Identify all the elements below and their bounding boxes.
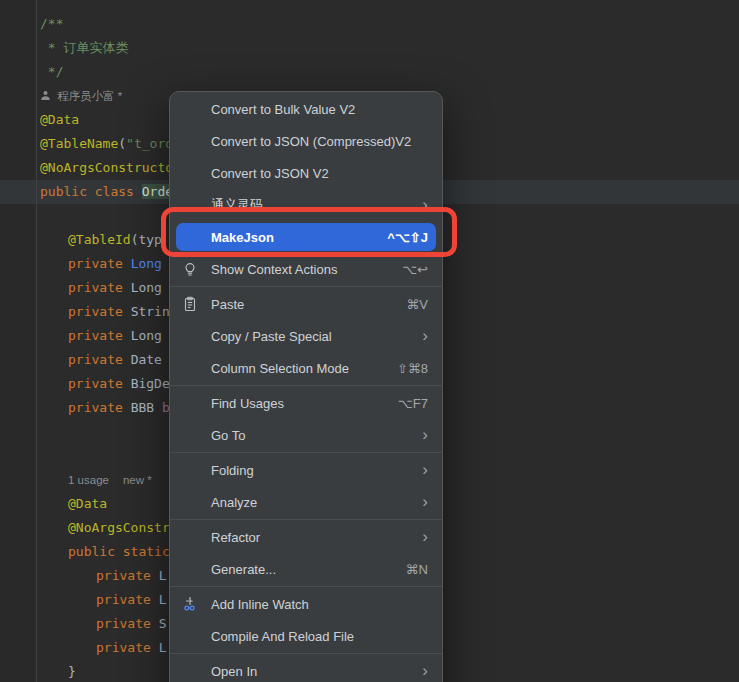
menu-separator xyxy=(170,653,442,654)
code-token: private xyxy=(68,400,131,415)
clipboard-icon xyxy=(182,296,211,312)
code-token: /** xyxy=(40,16,63,31)
submenu-chevron-icon: › xyxy=(422,661,428,680)
menu-item-paste[interactable]: Paste⌘V xyxy=(170,288,442,320)
submenu-chevron-icon: › xyxy=(422,527,428,546)
submenu-chevron-icon: › xyxy=(422,460,428,479)
menu-item-add-inline-watch[interactable]: Add Inline Watch xyxy=(170,588,442,620)
code-line: 程序员小富 * xyxy=(40,84,122,108)
submenu-indicator: › xyxy=(422,530,428,545)
code-token: @Data xyxy=(40,112,79,127)
menu-item-shortcut: ⌥F7 xyxy=(398,396,428,411)
menu-item-refactor[interactable]: Refactor› xyxy=(170,521,442,553)
code-line: private L xyxy=(96,636,166,660)
menu-item-label: Open In xyxy=(211,664,257,679)
menu-item-label: Convert to JSON (Compressed)V2 xyxy=(211,134,411,149)
menu-separator xyxy=(170,586,442,587)
code-token: @TableId xyxy=(68,232,131,247)
menu-separator xyxy=(170,286,442,287)
menu-item-label: Generate... xyxy=(211,562,276,577)
submenu-chevron-icon: › xyxy=(422,195,428,214)
code-token: } xyxy=(68,664,76,679)
code-line: 1 usagenew * xyxy=(68,468,152,492)
author-icon xyxy=(40,88,53,103)
code-token: private xyxy=(68,304,131,319)
code-token: 1 usage xyxy=(68,474,109,486)
submenu-indicator: › xyxy=(422,463,428,478)
code-token: private xyxy=(96,592,159,607)
code-line: private Date xyxy=(68,348,162,372)
code-token: ( xyxy=(118,136,126,151)
menu-item-column-selection-mode[interactable]: Column Selection Mode⇧⌘8 xyxy=(170,352,442,384)
menu-separator xyxy=(170,519,442,520)
code-token: private xyxy=(68,280,131,295)
menu-item-analyze[interactable]: Analyze› xyxy=(170,486,442,518)
code-line: /** xyxy=(40,12,63,36)
menu-item-folding[interactable]: Folding› xyxy=(170,454,442,486)
code-token: new * xyxy=(123,474,152,486)
menu-item-label: Paste xyxy=(211,297,244,312)
menu-item-shortcut: ⌥↩ xyxy=(402,262,428,277)
menu-item-label: Copy / Paste Special xyxy=(211,329,332,344)
menu-item-shortcut: ^⌥⇧J xyxy=(387,230,428,245)
menu-item-shortcut: ⇧⌘8 xyxy=(397,361,428,376)
menu-item-show-context-actions[interactable]: Show Context Actions⌥↩ xyxy=(170,253,442,285)
menu-item-label: Show Context Actions xyxy=(211,262,337,277)
code-line: private S xyxy=(96,612,166,636)
code-line: private BigDe xyxy=(68,372,170,396)
submenu-indicator: › xyxy=(422,495,428,510)
menu-separator xyxy=(170,452,442,453)
menu-item-convert-to-json-compressed-v2[interactable]: Convert to JSON (Compressed)V2 xyxy=(170,125,442,157)
code-token: L xyxy=(159,592,167,607)
code-token: L xyxy=(159,640,167,655)
menu-item-compile-and-reload-file[interactable]: Compile And Reload File xyxy=(170,620,442,652)
menu-item-label: Analyze xyxy=(211,495,257,510)
menu-item-convert-to-bulk-value-v2[interactable]: Convert to Bulk Value V2 xyxy=(170,93,442,125)
submenu-indicator: › xyxy=(422,329,428,344)
menu-item-convert-to-json-v2[interactable]: Convert to JSON V2 xyxy=(170,157,442,189)
code-token: BigDe xyxy=(131,376,170,391)
code-line: private L xyxy=(96,564,166,588)
menu-item-generate[interactable]: Generate...⌘N xyxy=(170,553,442,585)
menu-item-label: Compile And Reload File xyxy=(211,629,354,644)
code-token: private xyxy=(68,352,131,367)
code-token: Long xyxy=(131,256,162,271)
code-token: "t_ord xyxy=(126,136,173,151)
code-token: public class xyxy=(40,184,142,199)
menu-item-tongyi-lingma[interactable]: 通义灵码› xyxy=(170,189,442,221)
menu-item-makejson[interactable]: MakeJson^⌥⇧J xyxy=(170,221,442,253)
menu-item-open-in[interactable]: Open In› xyxy=(170,655,442,682)
code-token: @Data xyxy=(68,496,107,511)
submenu-chevron-icon: › xyxy=(422,492,428,511)
code-line: private Long xyxy=(68,276,162,300)
code-line: private Long xyxy=(68,252,162,276)
menu-item-go-to[interactable]: Go To› xyxy=(170,419,442,451)
code-line: @TableId(typ xyxy=(68,228,162,252)
code-token: */ xyxy=(40,64,63,79)
menu-item-label: Convert to JSON V2 xyxy=(211,166,329,181)
context-menu: Convert to Bulk Value V2Convert to JSON … xyxy=(169,91,443,682)
code-token: (typ xyxy=(131,232,162,247)
code-token: Long xyxy=(131,280,162,295)
code-line: private L xyxy=(96,588,166,612)
add-inline-watch-icon xyxy=(182,596,211,612)
menu-item-shortcut: ⌘V xyxy=(406,297,428,312)
menu-separator xyxy=(170,385,442,386)
code-token: @TableName xyxy=(40,136,118,151)
code-token: public static xyxy=(68,544,170,559)
code-token: L xyxy=(159,568,167,583)
submenu-chevron-icon: › xyxy=(422,326,428,345)
code-line: private Long xyxy=(68,324,162,348)
menu-item-label: Folding xyxy=(211,463,254,478)
submenu-indicator: › xyxy=(422,428,428,443)
code-token: private xyxy=(96,616,159,631)
code-line: public class Orde xyxy=(40,180,173,204)
code-line: @NoArgsConstructo xyxy=(40,156,173,180)
code-line: @TableName("t_ord xyxy=(40,132,173,156)
menu-item-label: Add Inline Watch xyxy=(211,597,309,612)
menu-item-find-usages[interactable]: Find Usages⌥F7 xyxy=(170,387,442,419)
menu-item-copy-paste-special[interactable]: Copy / Paste Special› xyxy=(170,320,442,352)
code-token: Long xyxy=(131,328,162,343)
code-line: @Data xyxy=(40,108,79,132)
menu-item-label: Column Selection Mode xyxy=(211,361,349,376)
